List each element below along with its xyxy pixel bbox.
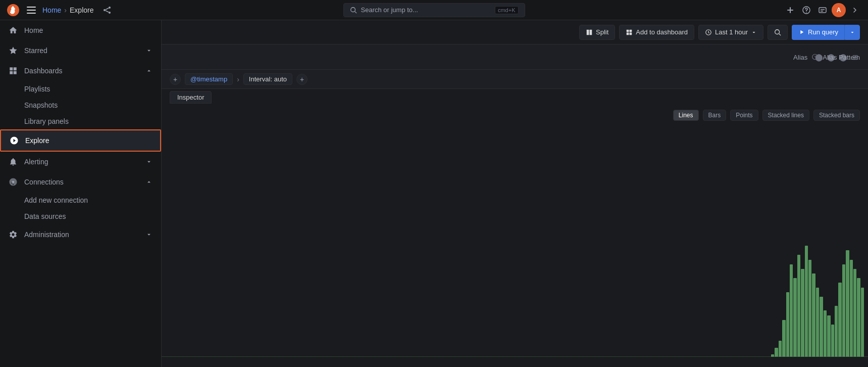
svg-rect-20 [10, 71, 13, 74]
sidebar-item-library-panels[interactable]: Library panels [0, 113, 161, 129]
sidebar-item-home-label: Home [24, 26, 153, 34]
points-toggle[interactable]: Points [730, 110, 758, 121]
add-to-dashboard-icon [626, 29, 633, 36]
svg-rect-15 [819, 8, 826, 13]
sidebar-item-playlists[interactable]: Playlists [0, 81, 161, 97]
star-icon [8, 45, 18, 56]
lines-toggle[interactable]: Lines [673, 110, 699, 121]
sidebar-item-alerting-label: Alerting [24, 158, 139, 166]
sidebar-item-explore[interactable]: Explore [0, 129, 161, 152]
svg-line-10 [354, 11, 356, 13]
field-row: + @timestamp › Interval: auto + [162, 70, 868, 89]
chart-bar [827, 315, 830, 357]
run-query-dropdown-button[interactable] [845, 25, 860, 40]
svg-line-7 [106, 8, 109, 10]
chart-baseline [162, 356, 868, 357]
inspector-tab[interactable]: Inspector [170, 91, 212, 104]
alerting-chevron-down-icon [145, 158, 153, 166]
topbar-right-actions: A [783, 3, 862, 17]
add-to-dashboard-button[interactable]: Add to dashboard [619, 25, 694, 40]
add-button[interactable] [783, 3, 797, 17]
breadcrumb: Home › Explore [42, 6, 94, 14]
svg-rect-19 [14, 67, 17, 70]
field-separator: › [237, 75, 239, 83]
hamburger-menu[interactable] [24, 3, 38, 17]
alias-info-icon [811, 54, 819, 61]
sidebar-item-add-new-connection[interactable]: Add new connection [0, 192, 161, 208]
svg-point-14 [806, 12, 807, 13]
dashboards-chevron-up-icon [145, 67, 153, 75]
sidebar-item-snapshots[interactable]: Snapshots [0, 97, 161, 113]
admin-icon [8, 230, 18, 240]
news-icon[interactable] [815, 3, 830, 17]
chart-bar [824, 310, 827, 357]
connections-icon [8, 177, 18, 187]
grafana-logo[interactable] [6, 3, 20, 17]
svg-rect-21 [14, 71, 17, 74]
run-query-group: Run query [792, 25, 860, 40]
snapshots-label: Snapshots [24, 101, 58, 109]
help-icon[interactable] [799, 3, 813, 17]
explore-toolbar: Split Add to dashboard Last 1 hour Run q… [162, 20, 868, 44]
sidebar-item-explore-label: Explore [25, 136, 152, 145]
share-icon[interactable] [100, 3, 114, 17]
svg-point-30 [775, 29, 780, 34]
library-panels-label: Library panels [24, 117, 69, 125]
chart-bar [808, 260, 811, 357]
add-filter-button[interactable]: + [296, 74, 308, 85]
stacked-bars-toggle[interactable]: Stacked bars [813, 110, 860, 121]
svg-rect-1 [27, 7, 36, 8]
chart-bar [842, 264, 845, 357]
interval-tag[interactable]: Interval: auto [243, 73, 292, 85]
chart-bar [857, 278, 860, 357]
split-button[interactable]: Split [579, 25, 615, 40]
sidebar-item-alerting[interactable]: Alerting [0, 152, 161, 172]
sidebar-item-administration[interactable]: Administration [0, 224, 161, 245]
interval-label: Interval: auto [249, 75, 287, 83]
chart-bar [820, 297, 823, 357]
svg-rect-24 [590, 29, 592, 35]
sidebar: Home Starred Dashboards Playlists [0, 20, 162, 367]
alerting-icon [8, 157, 18, 167]
bar-chart [767, 236, 868, 367]
run-icon [798, 29, 805, 35]
sidebar-item-connections-label: Connections [24, 178, 139, 186]
home-icon [8, 25, 18, 35]
sidebar-item-connections[interactable]: Connections [0, 172, 161, 192]
svg-point-6 [109, 12, 111, 14]
zoom-button[interactable] [768, 25, 788, 40]
search-bar[interactable]: Search or jump to... cmd+K [343, 3, 525, 17]
add-field-button[interactable]: + [170, 74, 181, 85]
dashboards-icon [8, 66, 18, 76]
svg-rect-28 [630, 32, 632, 35]
sidebar-item-home[interactable]: Home [0, 20, 161, 40]
topbar: Home › Explore Search or jump to... cmd+… [0, 0, 868, 20]
chart-controls: Lines Bars Points Stacked lines Stacked … [673, 110, 860, 121]
chart-bar [816, 288, 819, 357]
sidebar-item-starred[interactable]: Starred [0, 40, 161, 61]
chart-bar [861, 288, 864, 357]
svg-rect-12 [787, 10, 793, 11]
sidebar-item-data-sources[interactable]: Data sources [0, 208, 161, 224]
alias-label: Alias [793, 53, 807, 61]
sidebar-item-starred-label: Starred [24, 47, 139, 55]
run-query-button[interactable]: Run query [792, 25, 845, 40]
stacked-lines-toggle[interactable]: Stacked lines [762, 110, 809, 121]
alias-pattern-label: Alias Pattern [823, 53, 860, 61]
chart-bar [838, 283, 841, 357]
user-avatar[interactable]: A [832, 3, 846, 17]
bars-toggle[interactable]: Bars [703, 110, 727, 121]
sidebar-item-dashboards-label: Dashboards [24, 67, 139, 75]
time-range-chevron-down-icon [751, 29, 757, 35]
timestamp-chip[interactable]: @timestamp [185, 73, 233, 85]
search-placeholder: Search or jump to... [361, 6, 491, 14]
svg-rect-3 [27, 13, 36, 14]
breadcrumb-home[interactable]: Home [42, 6, 61, 14]
explore-icon [9, 135, 19, 146]
collapse-menu-icon[interactable] [848, 3, 862, 17]
time-range-button[interactable]: Last 1 hour [698, 25, 763, 40]
clock-icon [705, 29, 712, 36]
svg-rect-2 [27, 10, 36, 11]
sidebar-item-dashboards[interactable]: Dashboards [0, 61, 161, 81]
chart-bar [850, 260, 853, 357]
